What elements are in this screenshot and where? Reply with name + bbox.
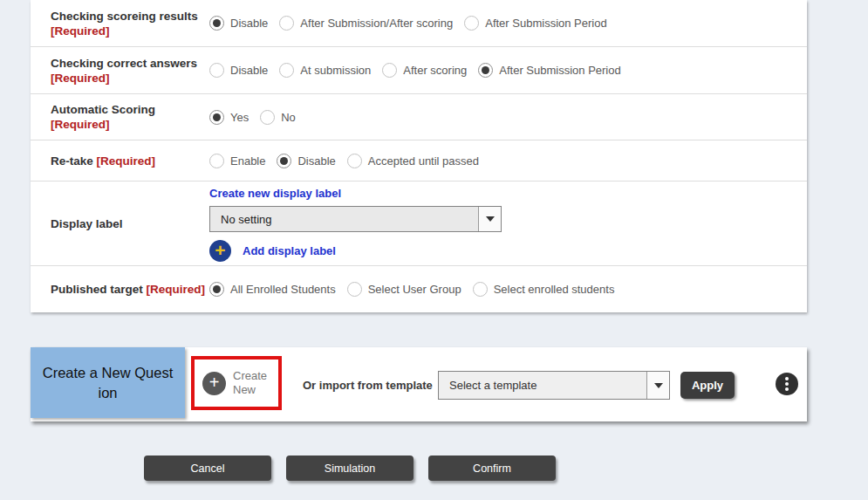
- radio-icon: [209, 154, 224, 168]
- row-label-text: Checking correct answers: [51, 57, 197, 70]
- display-label-controls: Create new display label No setting + Ad…: [209, 185, 502, 262]
- radio-option-disable[interactable]: Disable: [209, 16, 268, 31]
- radio-group: Yes No: [209, 110, 296, 125]
- required-badge: [Required]: [97, 154, 156, 168]
- display-label-select[interactable]: No setting: [209, 206, 502, 232]
- red-highlight-annotation: + Create New: [191, 356, 282, 410]
- create-question-panel: Create a New Question + Create New Or im…: [31, 347, 807, 421]
- radio-option-enable[interactable]: Enable: [209, 154, 265, 168]
- radio-icon: [382, 63, 397, 78]
- create-new-display-label-link[interactable]: Create new display label: [209, 187, 341, 200]
- required-badge: [Required]: [51, 24, 110, 38]
- radio-option-all-enrolled-students[interactable]: All Enrolled Students: [209, 282, 336, 297]
- add-display-label-button[interactable]: + Add display label: [209, 240, 502, 262]
- radio-option-after-submission-period[interactable]: After Submission Period: [464, 16, 606, 31]
- radio-group: All Enrolled Students Select User Group …: [209, 282, 614, 297]
- triangle-glyph: [486, 216, 495, 222]
- row-label: Checking correct answers [Required]: [51, 56, 209, 86]
- radio-icon: [464, 16, 479, 31]
- radio-icon: [209, 16, 224, 31]
- create-new-label: Create New: [233, 369, 275, 397]
- settings-row-published-target: Published target [Required] All Enrolled…: [31, 265, 807, 312]
- settings-row-checking-correct-answers: Checking correct answers [Required] Disa…: [31, 46, 807, 93]
- footer-actions: Cancel Simulation Confirm: [144, 455, 556, 481]
- radio-option-accepted-until-passed[interactable]: Accepted until passed: [347, 154, 479, 168]
- template-select[interactable]: Select a template: [438, 371, 670, 400]
- radio-icon: [209, 282, 224, 297]
- radio-option-disable[interactable]: Disable: [209, 63, 268, 78]
- radio-option-no[interactable]: No: [260, 110, 296, 125]
- radio-group: Disable After Submission/After scoring A…: [209, 16, 607, 31]
- import-from-template-label: Or import from template: [303, 379, 433, 392]
- radio-option-select-enrolled-students[interactable]: Select enrolled students: [473, 282, 615, 297]
- quiz-settings-page: Checking scoreing results [Required] Dis…: [0, 0, 868, 500]
- settings-panel: Checking scoreing results [Required] Dis…: [31, 0, 807, 312]
- apply-button[interactable]: Apply: [680, 372, 735, 399]
- radio-option-after-scoring[interactable]: After scoring: [382, 63, 467, 78]
- chevron-down-icon[interactable]: [646, 372, 669, 399]
- select-value: Select a template: [439, 372, 646, 399]
- row-label: Automatic Scoring [Required]: [51, 102, 209, 132]
- plus-icon: +: [202, 372, 226, 395]
- row-label-text: Checking scoreing results: [51, 10, 198, 23]
- row-label-text: Automatic Scoring: [51, 103, 155, 116]
- row-label: Published target [Required]: [51, 282, 209, 297]
- radio-icon: [260, 110, 275, 125]
- row-label: Re-take [Required]: [51, 154, 209, 168]
- radio-option-after-submission-period[interactable]: After Submission Period: [478, 63, 620, 78]
- radio-option-yes[interactable]: Yes: [209, 110, 249, 125]
- radio-icon: [473, 282, 488, 297]
- settings-row-automatic-scoring: Automatic Scoring [Required] Yes No: [31, 93, 807, 140]
- row-label: Checking scoreing results [Required]: [51, 9, 209, 38]
- radio-option-at-submission[interactable]: At submission: [279, 63, 371, 78]
- chevron-down-icon[interactable]: [478, 207, 501, 231]
- radio-icon: [347, 282, 362, 297]
- radio-icon: [209, 110, 224, 125]
- row-label-text: Published target: [51, 283, 143, 296]
- radio-group: Enable Disable Accepted until passed: [209, 154, 479, 168]
- required-badge: [Required]: [147, 283, 206, 296]
- simulation-button[interactable]: Simulation: [286, 455, 413, 481]
- required-badge: [Required]: [51, 72, 110, 85]
- row-label-text: Display label: [51, 217, 123, 230]
- row-label-text: Re-take: [51, 154, 93, 168]
- triangle-glyph: [654, 383, 663, 388]
- radio-group: Disable At submission After scoring Afte…: [209, 63, 621, 78]
- settings-row-checking-scoring-results: Checking scoreing results [Required] Dis…: [31, 0, 807, 46]
- plus-icon: +: [209, 240, 231, 262]
- radio-icon: [277, 154, 291, 168]
- radio-icon: [478, 63, 493, 78]
- settings-row-display-label: Display label Create new display label N…: [31, 181, 807, 265]
- radio-icon: [279, 16, 294, 31]
- cancel-button[interactable]: Cancel: [144, 455, 271, 481]
- create-new-button[interactable]: + Create New: [195, 360, 278, 407]
- radio-option-disable[interactable]: Disable: [277, 154, 335, 168]
- required-badge: [Required]: [51, 118, 110, 131]
- radio-option-after-submission-after-scoring[interactable]: After Submission/After scoring: [279, 16, 453, 31]
- radio-icon: [347, 154, 362, 168]
- confirm-button[interactable]: Confirm: [428, 455, 556, 481]
- radio-icon: [279, 63, 294, 78]
- radio-option-select-user-group[interactable]: Select User Group: [347, 282, 461, 297]
- radio-icon: [209, 63, 224, 78]
- row-label: Display label: [51, 216, 209, 231]
- create-question-section-title: Create a New Question: [31, 347, 185, 418]
- kebab-menu-icon[interactable]: [776, 373, 798, 395]
- add-display-label-text: Add display label: [243, 244, 336, 257]
- settings-row-retake: Re-take [Required] Enable Disable Accept…: [31, 140, 807, 181]
- select-value: No setting: [210, 207, 478, 231]
